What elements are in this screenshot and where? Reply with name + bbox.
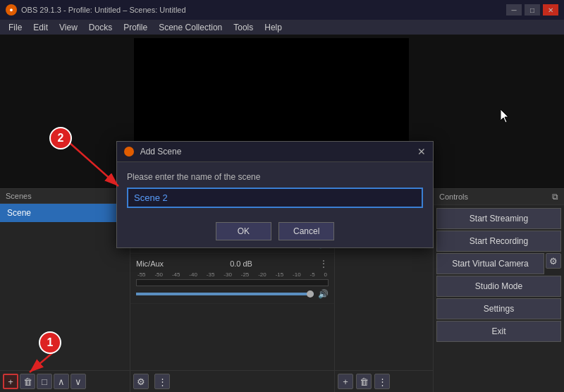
menu-scene-collection[interactable]: Scene Collection	[153, 21, 228, 34]
add-scene-button[interactable]: +	[3, 374, 18, 389]
transition-menu-button[interactable]: ⋮	[374, 374, 390, 389]
scene-props-button[interactable]: □	[37, 374, 52, 389]
start-recording-button[interactable]: Start Recording	[436, 231, 561, 252]
add-transition-button[interactable]: +	[338, 374, 353, 389]
start-streaming-button[interactable]: Start Streaming	[436, 208, 561, 229]
remove-scene-button[interactable]: 🗑	[20, 374, 35, 389]
menu-docks[interactable]: Docks	[83, 21, 118, 34]
start-virtual-camera-button[interactable]: Start Virtual Camera	[436, 253, 544, 274]
menu-help[interactable]: Help	[259, 21, 288, 34]
audio-footer: ⚙ ⋮	[130, 370, 334, 392]
title-bar: ● OBS 29.1.3 - Profile: Untitled – Scene…	[0, 0, 564, 20]
audio-settings-button[interactable]: ⚙	[133, 374, 149, 389]
window-title: OBS 29.1.3 - Profile: Untitled – Scenes:…	[21, 6, 506, 14]
minimize-button[interactable]: ─	[506, 4, 522, 16]
mic-aux-controls: 🔊	[136, 289, 329, 299]
dialog-label: Please enter the name of the scene	[127, 172, 423, 182]
menu-bar: File Edit View Docks Profile Scene Colle…	[0, 20, 564, 35]
studio-mode-button[interactable]: Studio Mode	[436, 276, 561, 297]
maximize-button[interactable]: □	[525, 4, 540, 16]
scene-down-button[interactable]: ∨	[70, 374, 86, 389]
window-controls: ─ □ ✕	[506, 4, 558, 16]
dialog-buttons: OK Cancel	[117, 215, 433, 247]
add-scene-dialog: Add Scene ✕ Please enter the name of the…	[116, 141, 434, 248]
scene-up-button[interactable]: ∧	[54, 374, 69, 389]
scene-item[interactable]: Scene	[0, 204, 130, 222]
audio-menu-button[interactable]: ⋮	[154, 374, 170, 389]
transitions-footer: + 🗑 ⋮	[335, 370, 433, 392]
app-icon: ●	[6, 4, 17, 16]
annotation-2: 2	[49, 127, 72, 149]
virtual-camera-row: Start Virtual Camera ⚙	[436, 253, 561, 274]
mic-aux-db: 0.0 dB	[230, 259, 252, 268]
menu-edit[interactable]: Edit	[27, 21, 54, 34]
dialog-title: Add Scene	[140, 147, 182, 157]
dialog-close-button[interactable]: ✕	[417, 146, 426, 157]
exit-button[interactable]: Exit	[436, 321, 561, 342]
menu-profile[interactable]: Profile	[118, 21, 153, 34]
controls-title: Controls	[439, 192, 468, 201]
settings-button[interactable]: Settings	[436, 298, 561, 319]
mic-aux-mute[interactable]: 🔊	[318, 289, 329, 299]
scenes-panel: Scenes Scene + 🗑 □ ∧ ∨	[0, 189, 130, 392]
menu-view[interactable]: View	[54, 21, 83, 34]
annotation-1: 1	[39, 331, 61, 354]
dialog-icon	[124, 147, 134, 157]
dialog-title-content: Add Scene	[124, 147, 181, 157]
remove-transition-button[interactable]: 🗑	[356, 374, 372, 389]
scene-name-input[interactable]	[127, 188, 423, 208]
controls-body: Start Streaming Start Recording Start Vi…	[434, 205, 564, 392]
virtual-camera-settings[interactable]: ⚙	[546, 253, 561, 269]
mic-aux-channel: Mic/Aux 0.0 dB ⋮ -55-50-45-40-35-30-25-2…	[130, 254, 334, 304]
controls-panel: Controls ⧉ Start Streaming Start Recordi…	[434, 189, 564, 392]
scenes-header: Scenes	[0, 189, 130, 204]
mic-aux-meter	[136, 279, 329, 286]
dialog-title-bar: Add Scene ✕	[117, 142, 433, 162]
menu-tools[interactable]: Tools	[228, 21, 259, 34]
dialog-ok-button[interactable]: OK	[216, 222, 271, 240]
controls-icon: ⧉	[552, 192, 558, 202]
mic-aux-menu[interactable]: ⋮	[319, 258, 329, 269]
menu-file[interactable]: File	[3, 21, 27, 34]
controls-header: Controls ⧉	[434, 189, 564, 205]
close-button[interactable]: ✕	[543, 4, 558, 16]
mic-aux-slider[interactable]	[136, 293, 314, 295]
dialog-cancel-button[interactable]: Cancel	[278, 222, 334, 240]
mic-aux-label: Mic/Aux	[136, 259, 164, 268]
scenes-footer: + 🗑 □ ∧ ∨	[0, 370, 130, 392]
mic-aux-labels: -55-50-45-40-35-30-25-20-15-10-50	[136, 271, 329, 278]
dialog-body: Please enter the name of the scene	[117, 162, 433, 215]
